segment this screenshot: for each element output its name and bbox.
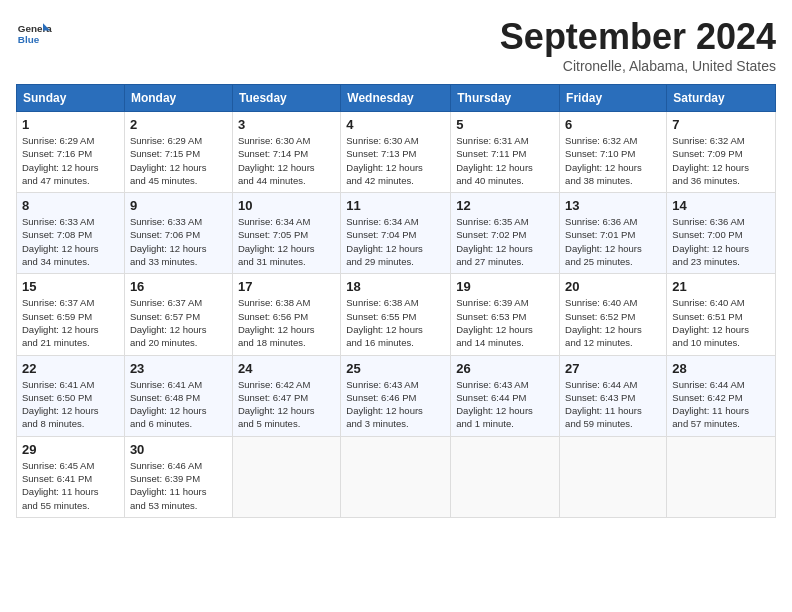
calendar-cell: 24Sunrise: 6:42 AMSunset: 6:47 PMDayligh… bbox=[232, 355, 340, 436]
cell-text: Sunrise: 6:43 AMSunset: 6:46 PMDaylight:… bbox=[346, 378, 445, 431]
weekday-header-cell: Saturday bbox=[667, 85, 776, 112]
day-number: 6 bbox=[565, 117, 661, 132]
page-header: General Blue September 2024 Citronelle, … bbox=[16, 16, 776, 74]
calendar-cell: 13Sunrise: 6:36 AMSunset: 7:01 PMDayligh… bbox=[560, 193, 667, 274]
cell-text: Sunrise: 6:32 AMSunset: 7:09 PMDaylight:… bbox=[672, 134, 770, 187]
cell-text: Sunrise: 6:29 AMSunset: 7:16 PMDaylight:… bbox=[22, 134, 119, 187]
cell-text: Sunrise: 6:38 AMSunset: 6:55 PMDaylight:… bbox=[346, 296, 445, 349]
cell-text: Sunrise: 6:33 AMSunset: 7:06 PMDaylight:… bbox=[130, 215, 227, 268]
cell-text: Sunrise: 6:37 AMSunset: 6:57 PMDaylight:… bbox=[130, 296, 227, 349]
svg-text:Blue: Blue bbox=[18, 34, 40, 45]
day-number: 18 bbox=[346, 279, 445, 294]
calendar-cell: 10Sunrise: 6:34 AMSunset: 7:05 PMDayligh… bbox=[232, 193, 340, 274]
cell-text: Sunrise: 6:45 AMSunset: 6:41 PMDaylight:… bbox=[22, 459, 119, 512]
calendar-week-row: 8Sunrise: 6:33 AMSunset: 7:08 PMDaylight… bbox=[17, 193, 776, 274]
calendar-cell: 6Sunrise: 6:32 AMSunset: 7:10 PMDaylight… bbox=[560, 112, 667, 193]
cell-text: Sunrise: 6:43 AMSunset: 6:44 PMDaylight:… bbox=[456, 378, 554, 431]
calendar-cell: 2Sunrise: 6:29 AMSunset: 7:15 PMDaylight… bbox=[124, 112, 232, 193]
calendar-cell: 22Sunrise: 6:41 AMSunset: 6:50 PMDayligh… bbox=[17, 355, 125, 436]
calendar-cell: 4Sunrise: 6:30 AMSunset: 7:13 PMDaylight… bbox=[341, 112, 451, 193]
calendar-cell bbox=[451, 436, 560, 517]
day-number: 20 bbox=[565, 279, 661, 294]
calendar-cell: 26Sunrise: 6:43 AMSunset: 6:44 PMDayligh… bbox=[451, 355, 560, 436]
calendar-cell: 29Sunrise: 6:45 AMSunset: 6:41 PMDayligh… bbox=[17, 436, 125, 517]
calendar-cell: 8Sunrise: 6:33 AMSunset: 7:08 PMDaylight… bbox=[17, 193, 125, 274]
cell-text: Sunrise: 6:40 AMSunset: 6:52 PMDaylight:… bbox=[565, 296, 661, 349]
calendar-cell: 21Sunrise: 6:40 AMSunset: 6:51 PMDayligh… bbox=[667, 274, 776, 355]
day-number: 4 bbox=[346, 117, 445, 132]
day-number: 1 bbox=[22, 117, 119, 132]
cell-text: Sunrise: 6:30 AMSunset: 7:13 PMDaylight:… bbox=[346, 134, 445, 187]
calendar-week-row: 15Sunrise: 6:37 AMSunset: 6:59 PMDayligh… bbox=[17, 274, 776, 355]
month-title: September 2024 bbox=[500, 16, 776, 58]
day-number: 19 bbox=[456, 279, 554, 294]
calendar-week-row: 29Sunrise: 6:45 AMSunset: 6:41 PMDayligh… bbox=[17, 436, 776, 517]
calendar-week-row: 22Sunrise: 6:41 AMSunset: 6:50 PMDayligh… bbox=[17, 355, 776, 436]
calendar-cell: 14Sunrise: 6:36 AMSunset: 7:00 PMDayligh… bbox=[667, 193, 776, 274]
logo: General Blue bbox=[16, 16, 52, 52]
cell-text: Sunrise: 6:36 AMSunset: 7:00 PMDaylight:… bbox=[672, 215, 770, 268]
title-area: September 2024 Citronelle, Alabama, Unit… bbox=[500, 16, 776, 74]
day-number: 11 bbox=[346, 198, 445, 213]
calendar-cell: 27Sunrise: 6:44 AMSunset: 6:43 PMDayligh… bbox=[560, 355, 667, 436]
day-number: 27 bbox=[565, 361, 661, 376]
calendar-cell: 1Sunrise: 6:29 AMSunset: 7:16 PMDaylight… bbox=[17, 112, 125, 193]
calendar-cell: 30Sunrise: 6:46 AMSunset: 6:39 PMDayligh… bbox=[124, 436, 232, 517]
calendar-table: SundayMondayTuesdayWednesdayThursdayFrid… bbox=[16, 84, 776, 518]
cell-text: Sunrise: 6:42 AMSunset: 6:47 PMDaylight:… bbox=[238, 378, 335, 431]
weekday-header-cell: Monday bbox=[124, 85, 232, 112]
day-number: 12 bbox=[456, 198, 554, 213]
cell-text: Sunrise: 6:34 AMSunset: 7:05 PMDaylight:… bbox=[238, 215, 335, 268]
day-number: 8 bbox=[22, 198, 119, 213]
calendar-cell: 5Sunrise: 6:31 AMSunset: 7:11 PMDaylight… bbox=[451, 112, 560, 193]
weekday-header-row: SundayMondayTuesdayWednesdayThursdayFrid… bbox=[17, 85, 776, 112]
day-number: 17 bbox=[238, 279, 335, 294]
calendar-cell: 3Sunrise: 6:30 AMSunset: 7:14 PMDaylight… bbox=[232, 112, 340, 193]
cell-text: Sunrise: 6:36 AMSunset: 7:01 PMDaylight:… bbox=[565, 215, 661, 268]
calendar-cell bbox=[667, 436, 776, 517]
weekday-header-cell: Tuesday bbox=[232, 85, 340, 112]
day-number: 30 bbox=[130, 442, 227, 457]
cell-text: Sunrise: 6:38 AMSunset: 6:56 PMDaylight:… bbox=[238, 296, 335, 349]
day-number: 24 bbox=[238, 361, 335, 376]
weekday-header-cell: Friday bbox=[560, 85, 667, 112]
cell-text: Sunrise: 6:37 AMSunset: 6:59 PMDaylight:… bbox=[22, 296, 119, 349]
calendar-cell: 28Sunrise: 6:44 AMSunset: 6:42 PMDayligh… bbox=[667, 355, 776, 436]
calendar-cell: 18Sunrise: 6:38 AMSunset: 6:55 PMDayligh… bbox=[341, 274, 451, 355]
calendar-body: 1Sunrise: 6:29 AMSunset: 7:16 PMDaylight… bbox=[17, 112, 776, 518]
logo-icon: General Blue bbox=[16, 16, 52, 52]
calendar-cell bbox=[341, 436, 451, 517]
cell-text: Sunrise: 6:33 AMSunset: 7:08 PMDaylight:… bbox=[22, 215, 119, 268]
day-number: 29 bbox=[22, 442, 119, 457]
calendar-cell: 17Sunrise: 6:38 AMSunset: 6:56 PMDayligh… bbox=[232, 274, 340, 355]
day-number: 25 bbox=[346, 361, 445, 376]
calendar-cell bbox=[232, 436, 340, 517]
cell-text: Sunrise: 6:29 AMSunset: 7:15 PMDaylight:… bbox=[130, 134, 227, 187]
cell-text: Sunrise: 6:34 AMSunset: 7:04 PMDaylight:… bbox=[346, 215, 445, 268]
day-number: 9 bbox=[130, 198, 227, 213]
calendar-cell: 7Sunrise: 6:32 AMSunset: 7:09 PMDaylight… bbox=[667, 112, 776, 193]
calendar-cell: 11Sunrise: 6:34 AMSunset: 7:04 PMDayligh… bbox=[341, 193, 451, 274]
day-number: 22 bbox=[22, 361, 119, 376]
day-number: 5 bbox=[456, 117, 554, 132]
calendar-cell: 20Sunrise: 6:40 AMSunset: 6:52 PMDayligh… bbox=[560, 274, 667, 355]
cell-text: Sunrise: 6:31 AMSunset: 7:11 PMDaylight:… bbox=[456, 134, 554, 187]
day-number: 13 bbox=[565, 198, 661, 213]
weekday-header-cell: Sunday bbox=[17, 85, 125, 112]
cell-text: Sunrise: 6:39 AMSunset: 6:53 PMDaylight:… bbox=[456, 296, 554, 349]
cell-text: Sunrise: 6:35 AMSunset: 7:02 PMDaylight:… bbox=[456, 215, 554, 268]
calendar-cell bbox=[560, 436, 667, 517]
calendar-week-row: 1Sunrise: 6:29 AMSunset: 7:16 PMDaylight… bbox=[17, 112, 776, 193]
calendar-cell: 16Sunrise: 6:37 AMSunset: 6:57 PMDayligh… bbox=[124, 274, 232, 355]
day-number: 15 bbox=[22, 279, 119, 294]
day-number: 14 bbox=[672, 198, 770, 213]
cell-text: Sunrise: 6:44 AMSunset: 6:43 PMDaylight:… bbox=[565, 378, 661, 431]
day-number: 10 bbox=[238, 198, 335, 213]
day-number: 26 bbox=[456, 361, 554, 376]
location: Citronelle, Alabama, United States bbox=[500, 58, 776, 74]
day-number: 2 bbox=[130, 117, 227, 132]
calendar-cell: 23Sunrise: 6:41 AMSunset: 6:48 PMDayligh… bbox=[124, 355, 232, 436]
calendar-cell: 19Sunrise: 6:39 AMSunset: 6:53 PMDayligh… bbox=[451, 274, 560, 355]
day-number: 21 bbox=[672, 279, 770, 294]
cell-text: Sunrise: 6:30 AMSunset: 7:14 PMDaylight:… bbox=[238, 134, 335, 187]
